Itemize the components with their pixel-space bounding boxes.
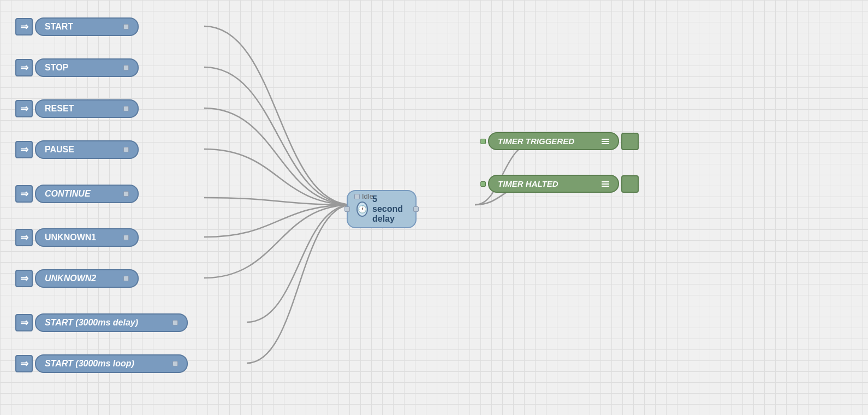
- node-label-start3000loop: START (3000ms loop): [35, 354, 188, 373]
- output-port-stop: [123, 65, 129, 70]
- output-port-reset: [123, 106, 129, 111]
- output-port-start3000loop: [173, 361, 178, 366]
- node-icon-start: ⇒: [15, 18, 33, 35]
- timer-port-right: [413, 206, 419, 212]
- input-node-continue[interactable]: ⇒ CONTINUE: [15, 185, 139, 203]
- output-port-unknown2: [123, 276, 129, 281]
- output-port-continue: [123, 191, 129, 197]
- menu-icon-timer-halted: [602, 181, 609, 187]
- idle-label-text: Idle: [362, 192, 373, 200]
- node-label-stop: STOP: [35, 58, 139, 77]
- node-icon-unknown2: ⇒: [15, 270, 33, 287]
- node-icon-start3000loop: ⇒: [15, 355, 33, 372]
- output-port-start: [123, 24, 129, 29]
- menu-icon-timer-triggered: [602, 139, 609, 144]
- input-port-timer-triggered: [480, 139, 486, 144]
- input-node-stop[interactable]: ⇒ STOP: [15, 58, 139, 77]
- idle-port: [354, 194, 360, 199]
- input-node-start3000delay[interactable]: ⇒ START (3000ms delay): [15, 313, 188, 332]
- node-label-continue: CONTINUE: [35, 185, 139, 203]
- node-label-start: START: [35, 17, 139, 36]
- node-label-pause: PAUSE: [35, 140, 139, 159]
- node-icon-continue: ⇒: [15, 185, 33, 203]
- node-icon-start3000delay: ⇒: [15, 314, 33, 331]
- node-icon-unknown1: ⇒: [15, 229, 33, 246]
- input-node-start[interactable]: ⇒ START: [15, 17, 139, 36]
- flow-canvas: ⇒ START ⇒ STOP ⇒ RESET: [0, 0, 868, 415]
- input-node-pause[interactable]: ⇒ PAUSE: [15, 140, 139, 159]
- node-label-reset: RESET: [35, 99, 139, 118]
- output-label-timer-halted: TIMER HALTED: [488, 175, 619, 193]
- node-label-start3000delay: START (3000ms delay): [35, 313, 188, 332]
- input-node-unknown1[interactable]: ⇒ UNKNOWN1: [15, 228, 139, 247]
- input-node-reset[interactable]: ⇒ RESET: [15, 99, 139, 118]
- clock-icon: 🕐: [356, 201, 368, 217]
- input-node-unknown2[interactable]: ⇒ UNKNOWN2: [15, 269, 139, 288]
- output-node-timer-halted[interactable]: TIMER HALTED: [480, 175, 639, 193]
- idle-status: Idle: [354, 192, 373, 200]
- input-node-start3000loop[interactable]: ⇒ START (3000ms loop): [15, 354, 188, 373]
- output-node-timer-triggered[interactable]: TIMER TRIGGERED: [480, 132, 639, 150]
- timer-label: 5 second delay: [372, 194, 407, 224]
- output-label-timer-triggered: TIMER TRIGGERED: [488, 132, 619, 150]
- output-square-timer-triggered: [621, 133, 639, 150]
- input-port-timer-halted: [480, 181, 486, 187]
- output-port-unknown1: [123, 235, 129, 240]
- output-port-pause: [123, 147, 129, 152]
- node-label-unknown2: UNKNOWN2: [35, 269, 139, 288]
- node-icon-reset: ⇒: [15, 100, 33, 117]
- node-icon-stop: ⇒: [15, 59, 33, 76]
- node-label-unknown1: UNKNOWN1: [35, 228, 139, 247]
- timer-port-left: [344, 206, 350, 212]
- output-port-start3000delay: [173, 320, 178, 325]
- output-square-timer-halted: [621, 175, 639, 193]
- node-icon-pause: ⇒: [15, 141, 33, 158]
